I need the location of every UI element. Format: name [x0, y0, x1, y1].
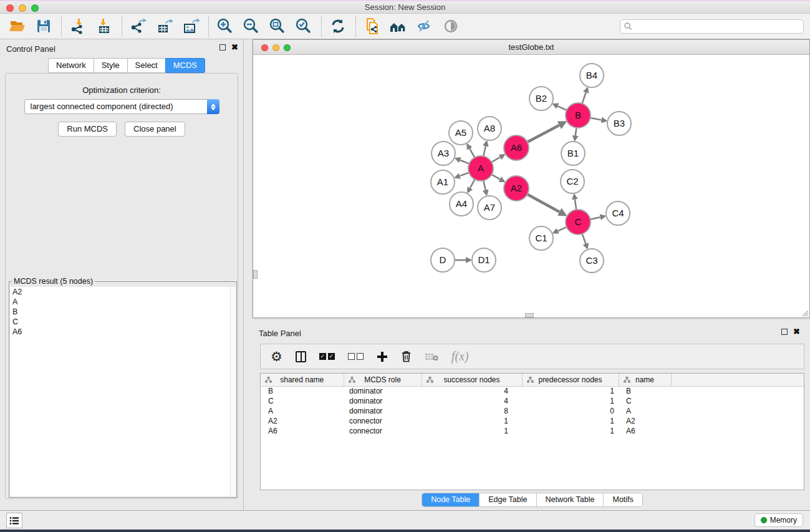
result-item[interactable]: A2 — [10, 287, 236, 297]
table-cell[interactable]: C — [619, 396, 671, 406]
table-cell[interactable]: 8 — [422, 406, 522, 416]
graph-edge-A-A6[interactable] — [491, 157, 500, 162]
refresh-icon[interactable] — [327, 16, 349, 37]
table-cell[interactable]: 4 — [422, 386, 522, 396]
zoom-fit-icon[interactable] — [266, 16, 289, 37]
table-cell[interactable]: 1 — [422, 426, 522, 436]
graph-edge-B-B1[interactable] — [576, 127, 577, 135]
search-input[interactable] — [620, 19, 804, 34]
table-cell[interactable]: 1 — [522, 386, 619, 396]
graph-node-B4[interactable] — [580, 64, 604, 87]
result-scrollbar[interactable] — [230, 287, 236, 496]
table-cell[interactable]: A2 — [261, 416, 344, 426]
table-cell[interactable]: connector — [344, 426, 422, 436]
graph-edge-C-C3[interactable] — [582, 233, 586, 244]
network-zoom-button[interactable] — [284, 44, 291, 51]
mcds-result-list[interactable]: A2ABCA6 — [10, 287, 236, 496]
graph-edge-A-A4[interactable] — [470, 179, 475, 188]
graph-node-A5[interactable] — [449, 121, 473, 145]
network-minimize-button[interactable] — [272, 44, 279, 51]
save-icon[interactable] — [32, 16, 55, 37]
table-cell[interactable]: 1 — [522, 416, 619, 426]
float-panel-icon[interactable] — [219, 44, 226, 51]
window-resize-grip[interactable] — [800, 308, 809, 317]
table-cell[interactable]: dominator — [344, 406, 422, 416]
hide-selected-icon[interactable] — [413, 16, 436, 37]
graph-edge-A-A5[interactable] — [470, 148, 475, 158]
tab-edge-table[interactable]: Edge Table — [480, 493, 536, 506]
table-cell[interactable]: 0 — [522, 406, 619, 416]
graph-edge-A2-C[interactable] — [527, 194, 559, 212]
result-item[interactable]: A — [10, 297, 236, 307]
table-cell[interactable]: A — [619, 406, 671, 416]
delete-column-icon[interactable] — [401, 351, 412, 362]
export-network-icon[interactable] — [127, 16, 150, 37]
result-item[interactable]: A6 — [10, 327, 236, 337]
open-folder-icon[interactable] — [6, 16, 29, 37]
close-panel-icon[interactable]: ✖ — [793, 329, 800, 335]
graph-node-C1[interactable] — [529, 226, 553, 250]
column-header[interactable]: predecessor nodes — [522, 374, 619, 386]
add-column-icon[interactable] — [377, 351, 388, 362]
graph-edge-B-B4[interactable] — [582, 92, 586, 104]
run-mcds-button[interactable]: Run MCDS — [58, 122, 117, 137]
graph-node-C2[interactable] — [561, 170, 584, 193]
table-cell[interactable]: A6 — [619, 426, 671, 436]
table-cell[interactable]: 1 — [422, 416, 522, 426]
function-builder-icon[interactable]: f(x) — [451, 349, 469, 364]
graph-node-D1[interactable] — [472, 248, 496, 272]
panel-menu-button[interactable] — [6, 513, 22, 528]
graph-node-A2[interactable] — [504, 176, 529, 201]
tab-network-table[interactable]: Network Table — [537, 493, 604, 506]
graph-node-C4[interactable] — [606, 201, 630, 225]
table-cell[interactable]: 1 — [522, 396, 619, 406]
float-panel-icon[interactable] — [781, 329, 788, 335]
graph-edge-C-C1[interactable] — [558, 227, 567, 231]
export-table-icon[interactable] — [153, 16, 176, 37]
birdseye-handle-left[interactable] — [253, 270, 258, 279]
graph-edge-B-B3[interactable] — [590, 118, 602, 120]
first-neighbors-icon[interactable] — [387, 16, 410, 37]
column-header[interactable]: name — [619, 374, 671, 386]
import-table-icon[interactable] — [93, 16, 115, 37]
table-cell[interactable]: B — [261, 386, 344, 396]
graph-edge-A6-B[interactable] — [527, 125, 559, 142]
tab-select[interactable]: Select — [127, 58, 165, 73]
select-all-checkboxes-icon[interactable]: ✓✓ — [319, 353, 335, 360]
graph-node-B3[interactable] — [607, 112, 631, 135]
graph-edge-A-A1[interactable] — [460, 172, 470, 176]
table-cell[interactable]: connector — [344, 416, 422, 426]
tab-style[interactable]: Style — [94, 58, 127, 73]
close-window-button[interactable] — [6, 4, 14, 12]
tab-node-table[interactable]: Node Table — [422, 493, 480, 506]
table-cell[interactable]: A6 — [261, 426, 344, 436]
graph-node-C3[interactable] — [580, 249, 604, 273]
import-network-icon[interactable] — [67, 16, 89, 37]
network-canvas[interactable]: B4B2BB3A5A8A6A3B1AA1C2A2A4A7C4CC1C3DD1 — [253, 55, 809, 317]
graph-edge-C-C2[interactable] — [575, 200, 576, 210]
memory-button[interactable]: Memory — [755, 513, 803, 527]
graph-node-A8[interactable] — [478, 117, 501, 140]
graph-edge-A-A3[interactable] — [460, 160, 470, 164]
column-header[interactable]: MCDS role — [344, 374, 422, 386]
graph-node-B[interactable] — [566, 103, 591, 128]
table-cell[interactable]: A2 — [619, 416, 671, 426]
table-cell[interactable]: 1 — [522, 426, 619, 436]
table-cell[interactable]: A — [261, 406, 344, 416]
table-cell[interactable]: dominator — [344, 386, 422, 396]
graph-node-A1[interactable] — [431, 170, 455, 194]
birdseye-handle-bottom[interactable] — [525, 313, 534, 317]
graph-edge-A-A8[interactable] — [483, 146, 486, 157]
split-panel-icon[interactable] — [296, 351, 306, 362]
new-network-from-selection-icon[interactable] — [361, 16, 383, 37]
zoom-window-button[interactable] — [31, 4, 39, 12]
zoom-out-icon[interactable] — [240, 16, 263, 37]
delete-table-icon[interactable] — [425, 352, 438, 361]
column-header[interactable]: shared name — [261, 374, 344, 386]
tab-motifs[interactable]: Motifs — [604, 493, 642, 506]
graph-node-A6[interactable] — [504, 135, 529, 160]
table-cell[interactable]: dominator — [344, 396, 422, 406]
table-cell[interactable]: C — [261, 396, 344, 406]
graph-node-B1[interactable] — [561, 142, 585, 165]
table-row[interactable]: Bdominator41B — [261, 386, 804, 396]
